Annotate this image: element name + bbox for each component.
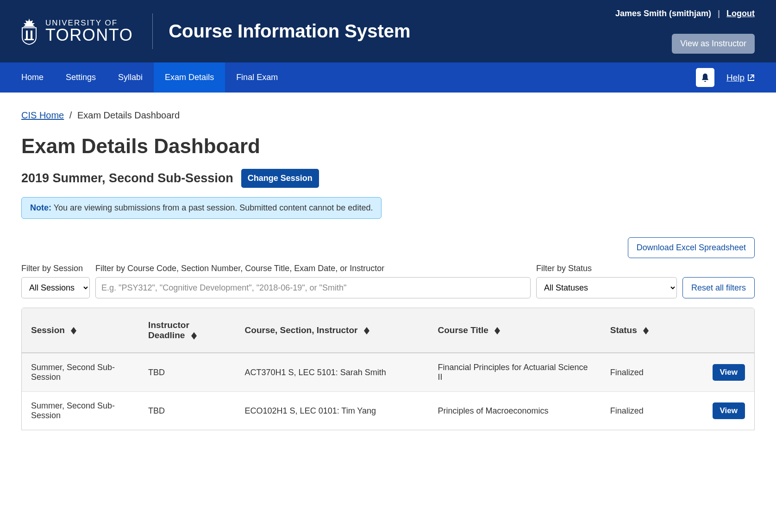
th-course-title[interactable]: Course Title <box>428 308 601 353</box>
caret-down-icon <box>71 331 76 334</box>
filter-search-col: Filter by Course Code, Section Number, C… <box>95 264 531 298</box>
header-divider <box>152 13 153 49</box>
breadcrumb: CIS Home / Exam Details Dashboard <box>21 110 755 121</box>
cell-session: Summer, Second Sub-Session <box>22 391 139 430</box>
logo-area: UNIVERSITY OF TORONTO <box>18 18 133 45</box>
nav-home[interactable]: Home <box>0 62 55 93</box>
view-button[interactable]: View <box>713 402 745 419</box>
cell-title: Financial Principles for Actuarial Scien… <box>428 353 601 391</box>
filter-search-input[interactable] <box>95 277 531 298</box>
view-as-instructor-button[interactable]: View as Instructor <box>672 34 755 54</box>
top-header: UNIVERSITY OF TORONTO Course Information… <box>0 0 776 62</box>
logout-link[interactable]: Logout <box>726 9 755 19</box>
help-link-text: Help <box>726 73 745 83</box>
breadcrumb-separator: / <box>69 110 72 120</box>
th-instructor-deadline[interactable]: Instructor Deadline <box>139 308 235 353</box>
change-session-button[interactable]: Change Session <box>241 169 319 188</box>
table-row: Summer, Second Sub-Session TBD ECO102H1 … <box>22 391 754 430</box>
filter-row: Filter by Session All Sessions Filter by… <box>21 264 755 298</box>
sort-icon[interactable] <box>191 332 197 340</box>
th-actions <box>678 308 754 353</box>
caret-up-icon <box>71 327 76 331</box>
cell-title: Principles of Macroeconomics <box>428 391 601 430</box>
nav-settings[interactable]: Settings <box>55 62 107 93</box>
sort-icon[interactable] <box>364 327 369 334</box>
uoft-large-text: TORONTO <box>45 27 133 43</box>
filter-status-label: Filter by Status <box>536 264 677 273</box>
caret-up-icon <box>494 327 500 331</box>
exam-details-table: Session Instructor Deadline Course, Sect… <box>21 308 755 430</box>
th-session-text: Session <box>31 325 65 335</box>
user-row: James Smith (smithjam) | Logout <box>615 9 755 19</box>
bell-icon <box>701 73 710 83</box>
cell-session: Summer, Second Sub-Session <box>22 353 139 391</box>
header-right: James Smith (smithjam) | Logout View as … <box>615 9 755 54</box>
svg-rect-0 <box>26 31 28 39</box>
note-text: You are viewing submissions from a past … <box>51 203 373 212</box>
svg-rect-1 <box>31 31 32 39</box>
caret-down-icon <box>364 331 369 334</box>
app-title: Course Information System <box>169 21 410 42</box>
help-link[interactable]: Help <box>726 73 755 83</box>
nav-exam-details[interactable]: Exam Details <box>154 62 225 93</box>
filter-status-select[interactable]: All Statuses <box>536 277 677 298</box>
svg-rect-2 <box>25 39 34 40</box>
download-row: Download Excel Spreadsheet <box>21 237 755 258</box>
reset-filters-button[interactable]: Reset all filters <box>682 277 755 298</box>
cell-actions: View <box>678 391 754 430</box>
uoft-crest-icon <box>18 18 41 45</box>
sort-icon[interactable] <box>494 327 500 334</box>
sort-icon[interactable] <box>71 327 76 334</box>
cell-course: ECO102H1 S, LEC 0101: Tim Yang <box>236 391 429 430</box>
page-title: Exam Details Dashboard <box>21 135 755 158</box>
note-label: Note: <box>30 203 51 212</box>
filter-status-col: Filter by Status All Statuses <box>536 264 677 298</box>
caret-down-icon <box>643 331 649 334</box>
sort-icon[interactable] <box>643 327 649 334</box>
filter-session-select[interactable]: All Sessions <box>21 277 90 298</box>
notifications-button[interactable] <box>696 68 714 87</box>
th-course-section-instructor[interactable]: Course, Section, Instructor <box>236 308 429 353</box>
filter-session-col: Filter by Session All Sessions <box>21 264 90 298</box>
session-row: 2019 Summer, Second Sub-Session Change S… <box>21 169 755 188</box>
th-course-text: Course, Section, Instructor <box>245 325 358 335</box>
uoft-wordmark: UNIVERSITY OF TORONTO <box>45 19 133 43</box>
view-button[interactable]: View <box>713 364 745 381</box>
user-row-separator: | <box>718 9 720 19</box>
session-label: 2019 Summer, Second Sub-Session <box>21 171 233 186</box>
cell-actions: View <box>678 353 754 391</box>
external-link-icon <box>747 74 755 81</box>
cell-deadline: TBD <box>139 353 235 391</box>
cell-course: ACT370H1 S, LEC 5101: Sarah Smith <box>236 353 429 391</box>
filter-search-label: Filter by Course Code, Section Number, C… <box>95 264 531 273</box>
cell-status: Finalized <box>601 353 678 391</box>
th-status[interactable]: Status <box>601 308 678 353</box>
cell-status: Finalized <box>601 391 678 430</box>
nav-syllabi[interactable]: Syllabi <box>107 62 154 93</box>
th-title-text: Course Title <box>438 325 488 335</box>
nav-bar: Home Settings Syllabi Exam Details Final… <box>0 62 776 93</box>
th-session[interactable]: Session <box>22 308 139 353</box>
caret-up-icon <box>643 327 649 331</box>
caret-down-icon <box>494 331 500 334</box>
nav-right: Help <box>696 62 755 93</box>
download-excel-button[interactable]: Download Excel Spreadsheet <box>628 237 755 258</box>
main-content: CIS Home / Exam Details Dashboard Exam D… <box>0 93 776 448</box>
note-banner: Note: You are viewing submissions from a… <box>21 197 382 219</box>
filter-session-label: Filter by Session <box>21 264 90 273</box>
caret-up-icon <box>191 332 197 336</box>
table-row: Summer, Second Sub-Session TBD ACT370H1 … <box>22 353 754 391</box>
th-status-text: Status <box>610 325 637 335</box>
user-name: James Smith (smithjam) <box>615 9 711 19</box>
breadcrumb-home-link[interactable]: CIS Home <box>21 110 64 120</box>
caret-down-icon <box>191 336 197 340</box>
breadcrumb-current: Exam Details Dashboard <box>77 110 180 120</box>
caret-up-icon <box>364 327 369 331</box>
th-deadline-text: Instructor Deadline <box>148 320 189 340</box>
nav-final-exam[interactable]: Final Exam <box>225 62 289 93</box>
cell-deadline: TBD <box>139 391 235 430</box>
